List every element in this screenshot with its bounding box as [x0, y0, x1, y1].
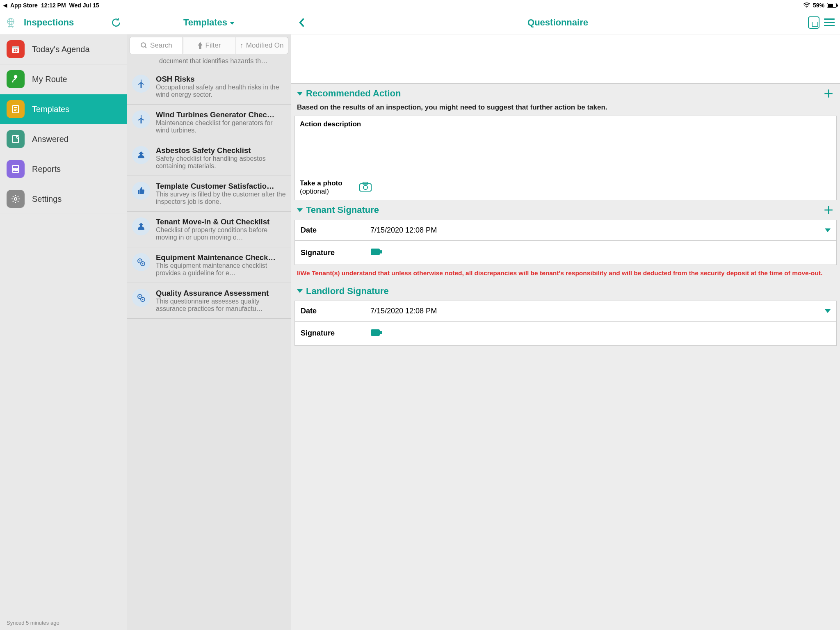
filter-button[interactable]: Filter [183, 37, 236, 54]
template-icon [132, 182, 150, 200]
svg-point-42 [139, 296, 141, 297]
menu-button[interactable] [824, 17, 835, 28]
template-item[interactable]: Quality Assurance AssessmentThis questio… [127, 283, 291, 319]
save-button[interactable] [808, 17, 819, 28]
svg-marker-35 [139, 223, 144, 225]
chevron-down-icon [297, 289, 303, 293]
hamburger-icon [824, 18, 835, 26]
save-icon [808, 16, 819, 29]
wifi-icon [803, 2, 810, 9]
svg-point-40 [142, 263, 144, 265]
sidebar-item-templates[interactable]: Templates [0, 94, 127, 124]
section-tenant-signature[interactable]: Tenant Signature [291, 200, 840, 220]
svg-point-20 [141, 43, 146, 47]
template-desc: Maintenance checklist for generators for… [156, 119, 286, 134]
sidebar-item-label: Reports [32, 164, 61, 174]
tenant-date-value: 7/15/2020 12:08 PM [370, 226, 825, 235]
template-item[interactable]: Template Customer Satisfactio…This surve… [127, 176, 291, 212]
add-action-button[interactable] [823, 88, 834, 99]
back-to-app-icon[interactable]: ◀ [3, 2, 7, 8]
svg-point-19 [14, 198, 17, 200]
svg-rect-36 [140, 225, 142, 227]
tenant-date-row[interactable]: Date 7/15/2020 12:08 PM [294, 220, 837, 241]
sidebar-item-settings[interactable]: Settings [0, 184, 127, 214]
template-title: Quality Assurance Assessment [156, 289, 286, 298]
svg-rect-55 [380, 331, 382, 334]
templates-list[interactable]: document that identifies hazards th… OSH… [127, 57, 291, 630]
sync-status: Synced 5 minutes ago [0, 616, 127, 630]
svg-rect-53 [380, 250, 382, 253]
template-title: Wind Turbines Generator Chec… [156, 110, 286, 119]
svg-text:PDF: PDF [13, 168, 19, 171]
template-item[interactable]: Asbestos Safety ChecklistSafety checklis… [127, 140, 291, 176]
nav-icon [7, 190, 25, 208]
landlord-signature-row[interactable]: Signature [294, 322, 837, 346]
app-logo-icon [5, 17, 16, 28]
back-to-app-label[interactable]: App Store [10, 2, 38, 9]
template-desc: This survey is filled by the customer af… [156, 191, 286, 205]
svg-line-6 [12, 25, 13, 27]
sidebar-item-my-route[interactable]: My Route [0, 64, 127, 94]
questionnaire-panel: Questionnaire Recommended Action Based o… [291, 11, 840, 630]
sidebar-item-reports[interactable]: PDFReports [0, 154, 127, 184]
svg-line-21 [145, 46, 146, 48]
template-item[interactable]: OSH RisksOccupational safety and health … [127, 69, 291, 105]
sync-icon[interactable] [110, 17, 122, 28]
template-icon [132, 146, 150, 164]
templates-title[interactable]: Templates [132, 17, 286, 28]
svg-rect-52 [371, 249, 380, 255]
sidebar-item-answered[interactable]: Answered [0, 124, 127, 154]
sidebar-item-label: Templates [32, 105, 69, 114]
add-tenant-signature-button[interactable] [823, 204, 834, 216]
svg-rect-54 [371, 329, 380, 336]
take-photo-label: Take a photo [300, 179, 342, 187]
landlord-date-value: 7/15/2020 12:08 PM [370, 307, 825, 315]
template-item[interactable]: Equipment Maintenance Check…This equipme… [127, 247, 291, 283]
template-desc: Safety checklist for handling asbestos c… [156, 155, 286, 170]
signature-icon[interactable] [370, 327, 383, 340]
status-bar: ◀ App Store 12:12 PM Wed Jul 15 59% [0, 0, 840, 11]
svg-marker-33 [139, 151, 144, 154]
sort-button[interactable]: ↑Modified On [235, 37, 288, 54]
template-icon [132, 75, 150, 93]
sidebar-item-label: Settings [32, 194, 62, 204]
battery-icon [827, 3, 837, 8]
landlord-date-row[interactable]: Date 7/15/2020 12:08 PM [294, 301, 837, 322]
back-button[interactable] [296, 17, 308, 28]
sidebar-item-label: Today's Agenda [32, 45, 90, 54]
template-icon [132, 253, 150, 271]
questionnaire-prior-content [291, 34, 840, 84]
section-landlord-signature[interactable]: Landlord Signature [291, 282, 840, 301]
section-recommended-action[interactable]: Recommended Action [291, 84, 840, 103]
template-title: Equipment Maintenance Check… [156, 253, 286, 262]
status-date: Wed Jul 15 [69, 2, 99, 9]
camera-icon[interactable] [359, 181, 372, 194]
signature-icon[interactable] [370, 247, 383, 259]
chevron-down-icon [825, 309, 831, 313]
svg-rect-49 [363, 182, 368, 184]
chevron-down-icon [297, 92, 303, 96]
template-item[interactable]: Wind Turbines Generator Chec…Maintenance… [127, 105, 291, 140]
template-desc: This equipment maintenance checklist pro… [156, 262, 286, 277]
template-title: OSH Risks [156, 75, 286, 84]
action-description-input[interactable] [295, 130, 836, 175]
chevron-down-icon [297, 208, 303, 212]
search-input[interactable]: Search [130, 37, 183, 54]
action-description-label: Action description [295, 116, 836, 130]
svg-marker-22 [198, 42, 202, 49]
templates-panel: Templates Search Filter ↑Modified On doc… [127, 11, 291, 630]
sidebar-title: Inspections [24, 17, 106, 28]
section-recommended-desc: Based on the results of an inspection, y… [291, 103, 840, 116]
template-item[interactable]: Tenant Move-In & Out ChecklistChecklist … [127, 212, 291, 247]
sidebar-item-today-s-agenda[interactable]: 25Today's Agenda [0, 34, 127, 64]
action-card: Action description Take a photo (optiona… [294, 116, 837, 200]
svg-point-0 [806, 7, 807, 7]
status-time: 12:12 PM [41, 2, 66, 9]
svg-rect-34 [140, 154, 142, 155]
nav-icon [7, 100, 25, 118]
tenant-signature-row[interactable]: Signature [294, 241, 837, 265]
take-photo-optional: (optional) [300, 187, 342, 196]
svg-point-38 [139, 260, 141, 262]
svg-rect-47 [360, 184, 371, 191]
template-desc: Checklist of property conditions before … [156, 226, 286, 241]
